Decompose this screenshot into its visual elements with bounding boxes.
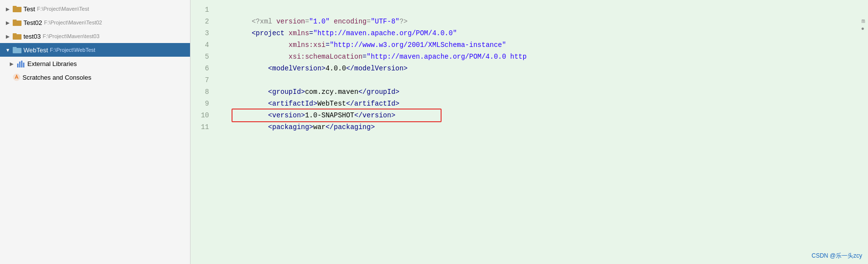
sidebar-item-test[interactable]: ▶ Test F:\Project\Maven\Test: [0, 2, 190, 16]
sidebar-item-scratches-label: Scratches and Consoles: [22, 74, 91, 81]
sidebar-item-webtest[interactable]: ▼ WebTest F:\Project\WebTest: [0, 43, 190, 57]
scratches-icon: [13, 73, 21, 81]
sidebar-item-webtest-path: F:\Project\WebTest: [50, 47, 95, 53]
sidebar-item-webtest-label: WebTest: [23, 46, 48, 54]
svg-rect-5: [13, 33, 17, 35]
code-content[interactable]: <?xml version="1.0" encoding="UTF-8"?> <…: [215, 0, 868, 264]
code-editor: 1 2 3 4 5 6 7 8 9 10 11 <?xml version="1…: [191, 0, 868, 264]
line-num-4: 4: [191, 39, 215, 51]
svg-rect-2: [13, 21, 21, 26]
svg-rect-4: [13, 34, 21, 40]
code-line-8: <artifactId>WebTest</artifactId>: [219, 86, 868, 98]
svg-rect-6: [13, 48, 21, 53]
svg-rect-9: [19, 62, 21, 67]
sidebar-item-test03-label: test03: [23, 33, 41, 40]
line-num-10: 10: [191, 110, 215, 121]
sidebar-item-external-libraries[interactable]: ▶ External Libraries: [0, 57, 190, 70]
sidebar-item-test03[interactable]: ▶ test03 F:\Project\Maven\test03: [0, 29, 190, 43]
svg-rect-7: [13, 47, 17, 48]
code-line-5: <modelVersion>4.0.0</modelVersion>: [219, 51, 868, 63]
expand-arrow-webtest: ▼: [4, 46, 12, 54]
svg-rect-8: [17, 64, 19, 67]
line-num-11: 11: [191, 121, 215, 133]
sidebar-item-test03-path: F:\Project\Maven\test03: [42, 33, 99, 39]
code-line-10: <packaging>war</packaging>: [219, 110, 868, 121]
code-line-9: <version>1.0-SNAPSHOT</version>: [219, 98, 868, 110]
folder-icon-webtest: [13, 46, 21, 53]
expand-arrow-test03: ▶: [4, 32, 12, 40]
line-num-6: 6: [191, 63, 215, 74]
line-num-2: 2: [191, 16, 215, 27]
line-num-1: 1: [191, 4, 215, 16]
sidebar-item-ext-lib-label: External Libraries: [27, 60, 77, 67]
gutter-icon: m●: [862, 18, 865, 31]
line-num-7: 7: [191, 74, 215, 86]
svg-rect-0: [13, 7, 21, 12]
code-area: 1 2 3 4 5 6 7 8 9 10 11 <?xml version="1…: [191, 0, 868, 264]
expand-arrow-ext-lib: ▶: [8, 60, 16, 67]
svg-rect-3: [13, 20, 17, 21]
sidebar-item-test02-path: F:\Project\Maven\Test02: [44, 20, 102, 25]
sidebar-item-scratches[interactable]: Scratches and Consoles: [0, 70, 190, 84]
sidebar-item-test02[interactable]: ▶ Test02 F:\Project\Maven\Test02: [0, 16, 190, 29]
svg-rect-11: [23, 63, 24, 67]
sidebar-item-test-label: Test: [23, 5, 35, 13]
line-num-8: 8: [191, 86, 215, 98]
watermark: CSDN @乐一头zcy: [811, 252, 862, 260]
folder-icon-test: [13, 5, 21, 12]
highlight-box: [232, 109, 442, 122]
expand-arrow-test02: ▶: [4, 19, 12, 26]
code-line-1: <?xml version="1.0" encoding="UTF-8"?>: [219, 4, 868, 16]
sidebar-item-test-path: F:\Project\Maven\Test: [37, 6, 89, 12]
svg-rect-10: [21, 61, 22, 67]
line-numbers: 1 2 3 4 5 6 7 8 9 10 11: [191, 0, 215, 264]
library-icon: [17, 60, 25, 67]
expand-arrow-test: ▶: [4, 5, 12, 13]
code-line-6: [219, 63, 868, 74]
line-num-5: 5: [191, 51, 215, 63]
code-line-2: <project xmlns="http://maven.apache.org/…: [219, 16, 868, 27]
folder-icon-test03: [13, 33, 21, 40]
line-num-9: 9: [191, 98, 215, 110]
code-line-7: <groupId>com.zcy.maven</groupId>: [219, 74, 868, 86]
code-line-4: xsi:schemaLocation="http://maven.apache.…: [219, 39, 868, 51]
project-sidebar: ▶ Test F:\Project\Maven\Test ▶ Test02 F:…: [0, 0, 191, 264]
folder-icon-test02: [13, 19, 21, 26]
code-line-11: [219, 121, 868, 133]
code-line-3: xmlns:xsi="http://www.w3.org/2001/XMLSch…: [219, 27, 868, 39]
svg-rect-1: [13, 6, 17, 7]
sidebar-item-test02-label: Test02: [23, 19, 42, 26]
line-num-3: 3: [191, 27, 215, 39]
